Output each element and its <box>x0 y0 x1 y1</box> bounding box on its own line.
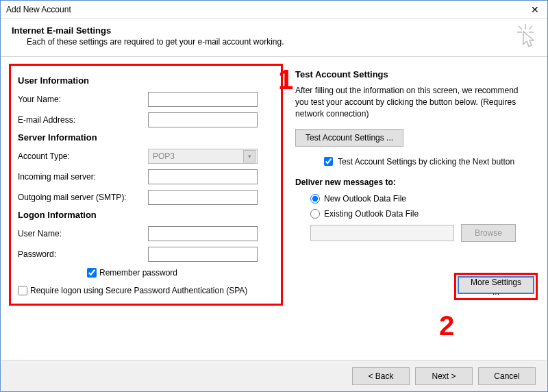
test-settings-text: After filling out the information on thi… <box>295 85 539 119</box>
window-title: Add New Account <box>6 5 71 14</box>
deliver-heading: Deliver new messages to: <box>295 177 539 187</box>
content-area: User Information Your Name: E-mail Addre… <box>1 57 547 306</box>
password-label: Password: <box>18 249 148 259</box>
next-button[interactable]: Next > <box>415 367 473 385</box>
your-name-input[interactable] <box>148 92 258 107</box>
outgoing-label: Outgoing mail server (SMTP): <box>18 193 148 202</box>
svg-line-4 <box>529 26 532 29</box>
more-settings-highlight: More Settings ... <box>454 273 538 300</box>
account-type-label: Account Type: <box>18 151 148 161</box>
close-icon[interactable]: ✕ <box>528 4 542 15</box>
your-name-label: Your Name: <box>18 95 148 104</box>
right-panel: Test Account Settings After filling out … <box>295 64 539 306</box>
existing-file-path-input <box>310 225 454 241</box>
outgoing-server-input[interactable] <box>148 190 258 205</box>
svg-line-3 <box>519 26 522 29</box>
more-settings-button[interactable]: More Settings ... <box>458 276 534 294</box>
radio-existing-file[interactable] <box>310 209 320 219</box>
header-title: Internet E-mail Settings <box>12 25 536 36</box>
left-panel: User Information Your Name: E-mail Addre… <box>9 64 283 306</box>
spa-checkbox[interactable] <box>18 286 27 295</box>
account-type-value: POP3 <box>153 151 175 161</box>
server-info-heading: Server Information <box>18 132 274 143</box>
incoming-label: Incoming mail server: <box>18 172 148 182</box>
callout-number-2: 2 <box>439 312 454 339</box>
email-input[interactable] <box>148 112 258 127</box>
cancel-button[interactable]: Cancel <box>478 367 536 385</box>
test-settings-heading: Test Account Settings <box>295 69 539 79</box>
test-account-button[interactable]: Test Account Settings ... <box>295 129 403 147</box>
radio-new-label: New Outlook Data File <box>324 194 406 204</box>
username-label: User Name: <box>18 229 148 238</box>
chevron-down-icon: ▾ <box>243 150 256 162</box>
browse-button: Browse <box>461 224 516 242</box>
password-input[interactable] <box>148 247 258 262</box>
test-on-next-label: Test Account Settings by clicking the Ne… <box>338 157 514 167</box>
back-button[interactable]: < Back <box>352 367 410 385</box>
radio-existing-label: Existing Outlook Data File <box>324 209 419 219</box>
logon-info-heading: Logon Information <box>18 210 274 220</box>
radio-new-file[interactable] <box>310 194 320 204</box>
remember-password-checkbox[interactable] <box>87 268 97 278</box>
user-info-heading: User Information <box>18 75 274 86</box>
incoming-server-input[interactable] <box>148 169 258 184</box>
callout-number-1: 1 <box>278 66 293 93</box>
spa-label: Require logon using Secure Password Auth… <box>30 286 247 295</box>
titlebar: Add New Account ✕ <box>1 1 547 19</box>
test-on-next-checkbox[interactable] <box>324 157 333 166</box>
add-account-dialog: Add New Account ✕ Internet E-mail Settin… <box>0 0 548 392</box>
remember-password-label: Remember password <box>99 268 177 278</box>
email-label: E-mail Address: <box>18 115 148 125</box>
cursor-click-icon <box>513 23 538 50</box>
header-subtitle: Each of these settings are required to g… <box>27 37 536 47</box>
username-input[interactable] <box>148 226 258 241</box>
account-type-select: POP3 ▾ <box>148 149 258 164</box>
dialog-header: Internet E-mail Settings Each of these s… <box>1 19 547 56</box>
dialog-footer: < Back Next > Cancel <box>1 360 547 391</box>
